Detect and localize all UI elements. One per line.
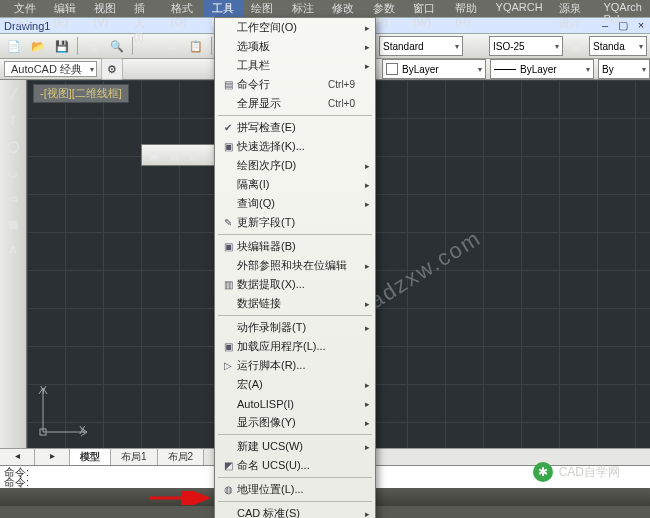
menu-item-label: 数据链接 [237, 296, 355, 311]
menu-item-label: 外部参照和块在位编辑 [237, 258, 355, 273]
color-dropdown[interactable]: ByLayer▾ [382, 59, 486, 79]
dim-icon[interactable]: ↔ [465, 35, 487, 57]
menu-item[interactable]: 查询(Q) [215, 194, 375, 213]
menu-item[interactable]: ▣快速选择(K)... [215, 137, 375, 156]
text-style-dropdown[interactable]: Standard▾ [379, 36, 463, 56]
doc-close-button[interactable]: × [632, 19, 650, 32]
line-icon[interactable]: ╱ [1, 82, 25, 106]
menu-item-label: 全屏显示 [237, 96, 328, 111]
ft-icon-2[interactable]: ▤ [164, 146, 183, 165]
ft-icon-1[interactable]: ▣ [144, 146, 163, 165]
lineweight-dropdown[interactable]: By▾ [598, 59, 650, 79]
tab-nav-right[interactable]: ▸ [35, 449, 70, 465]
menu-插入(I)[interactable]: 插入(I) [126, 0, 163, 17]
menu-item-label: 显示图像(Y) [237, 415, 355, 430]
menu-item[interactable]: ◍地理位置(L)... [215, 480, 375, 499]
menu-标注(N)[interactable]: 标注(N) [284, 0, 324, 17]
menu-item[interactable]: 绘图次序(D) [215, 156, 375, 175]
copy-icon[interactable]: ⧉ [161, 35, 183, 57]
new-icon[interactable]: 📄 [3, 35, 25, 57]
menu-格式(O)[interactable]: 格式(O) [163, 0, 204, 17]
tab-nav-left[interactable]: ◂ [0, 449, 35, 465]
circle-icon[interactable]: ◯ [1, 134, 25, 158]
menu-item[interactable]: AutoLISP(I) [215, 394, 375, 413]
menu-item-icon: ✔ [219, 122, 237, 133]
ucs-icon: Y X [37, 382, 93, 438]
menu-item[interactable]: ▥数据提取(X)... [215, 275, 375, 294]
menu-帮助(H)[interactable]: 帮助(H) [447, 0, 487, 17]
menu-修改(M)[interactable]: 修改(M) [324, 0, 365, 17]
menu-item-label: 隔离(I) [237, 177, 355, 192]
menu-item[interactable]: 全屏显示Ctrl+0 [215, 94, 375, 113]
save-icon[interactable]: 💾 [51, 35, 73, 57]
linetype-value: ByLayer [520, 64, 557, 75]
menu-item-label: 数据提取(X)... [237, 277, 355, 292]
menu-item[interactable]: ▣加载应用程序(L)... [215, 337, 375, 356]
workspace-gear-icon[interactable]: ⚙ [101, 58, 123, 80]
dim-style-value: ISO-25 [493, 41, 525, 52]
menu-item[interactable]: 新建 UCS(W) [215, 437, 375, 456]
open-icon[interactable]: 📂 [27, 35, 49, 57]
menu-item[interactable]: 宏(A) [215, 375, 375, 394]
text-icon[interactable]: A [1, 238, 25, 262]
menu-item-label: 命名 UCS(U)... [237, 458, 355, 473]
menu-item-icon: ▣ [219, 341, 237, 352]
menu-item-label: 工作空间(O) [237, 20, 355, 35]
table-style-icon[interactable]: ▦ [565, 35, 587, 57]
menu-视图(V)[interactable]: 视图(V) [86, 0, 126, 17]
menu-item[interactable]: 选项板 [215, 37, 375, 56]
rect-icon[interactable]: ▭ [1, 186, 25, 210]
linetype-dropdown[interactable]: ByLayer▾ [490, 59, 594, 79]
dim-style-dropdown[interactable]: ISO-25▾ [489, 36, 563, 56]
menu-item[interactable]: 动作录制器(T) [215, 318, 375, 337]
menu-源泉设计[interactable]: 源泉设计 [551, 0, 596, 17]
menu-item-label: 工具栏 [237, 58, 355, 73]
menu-绘图(D)[interactable]: 绘图(D) [243, 0, 283, 17]
menu-item-label: 加载应用程序(L)... [237, 339, 355, 354]
menu-工具(T)[interactable]: 工具(T) [204, 0, 244, 17]
menu-item[interactable]: 外部参照和块在位编辑 [215, 256, 375, 275]
preview-icon[interactable]: 🔍 [106, 35, 128, 57]
menu-item-label: 查询(Q) [237, 196, 355, 211]
ft-icon-3[interactable]: ▥ [184, 146, 203, 165]
arc-icon[interactable]: ◡ [1, 160, 25, 184]
axis-x-label: X [79, 425, 86, 436]
menu-item[interactable]: 工具栏 [215, 56, 375, 75]
menu-item[interactable]: 工作空间(O) [215, 18, 375, 37]
axis-y-label: Y [40, 385, 47, 396]
menu-YQARCH[interactable]: YQARCH [488, 0, 551, 17]
menu-item-shortcut: Ctrl+0 [328, 98, 355, 109]
menu-item-icon: ▣ [219, 141, 237, 152]
menu-参数(P)[interactable]: 参数(P) [365, 0, 405, 17]
menu-item[interactable]: ◩命名 UCS(U)... [215, 456, 375, 475]
menu-item-label: CAD 标准(S) [237, 506, 355, 518]
tab-layout1[interactable]: 布局1 [111, 449, 158, 465]
menu-item[interactable]: ▣块编辑器(B) [215, 237, 375, 256]
menu-item-label: 快速选择(K)... [237, 139, 355, 154]
menu-item-label: 拼写检查(E) [237, 120, 355, 135]
annotation-arrow [148, 491, 218, 505]
menu-item-label: 地理位置(L)... [237, 482, 355, 497]
print-icon[interactable]: 🖨 [82, 35, 104, 57]
wechat-icon: ✱ [533, 462, 553, 482]
menu-item[interactable]: ✔拼写检查(E) [215, 118, 375, 137]
menu-item[interactable]: 显示图像(Y) [215, 413, 375, 432]
paste-icon[interactable]: 📋 [185, 35, 207, 57]
tab-model[interactable]: 模型 [70, 449, 111, 465]
menu-编辑(E)[interactable]: 编辑(E) [46, 0, 86, 17]
menu-item[interactable]: CAD 标准(S) [215, 504, 375, 518]
polyline-icon[interactable]: ⤴ [1, 108, 25, 132]
menu-item[interactable]: ▤命令行Ctrl+9 [215, 75, 375, 94]
menu-item[interactable]: ✎更新字段(T) [215, 213, 375, 232]
workspace-dropdown[interactable]: AutoCAD 经典 [4, 61, 97, 77]
menu-窗口(W)[interactable]: 窗口(W) [405, 0, 447, 17]
menu-item[interactable]: ▷运行脚本(R)... [215, 356, 375, 375]
wechat-badge: ✱ CAD自学网 [533, 462, 620, 482]
menu-item[interactable]: 隔离(I) [215, 175, 375, 194]
tab-layout2[interactable]: 布局2 [158, 449, 205, 465]
menu-YQArch Pul[interactable]: YQArch Pul [595, 0, 650, 17]
hatch-icon[interactable]: ▦ [1, 212, 25, 236]
menu-文件(F)[interactable]: 文件(F) [6, 0, 46, 17]
menu-item[interactable]: 数据链接 [215, 294, 375, 313]
table-style-dropdown[interactable]: Standa▾ [589, 36, 647, 56]
